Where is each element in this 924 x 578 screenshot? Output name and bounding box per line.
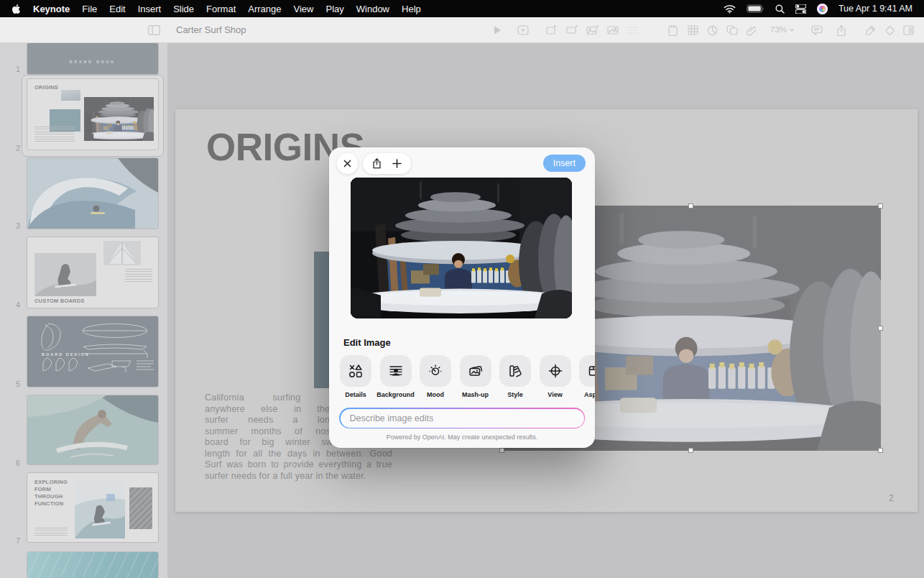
resize-handle-bottom-right[interactable]: [878, 448, 883, 453]
add-slide-button[interactable]: [546, 25, 558, 35]
tool-details[interactable]: Details: [340, 355, 371, 403]
thumb-text-block: [34, 528, 68, 538]
insert-button[interactable]: Insert: [543, 155, 586, 172]
menu-slide[interactable]: Slide: [173, 4, 194, 14]
menu-window[interactable]: Window: [356, 4, 389, 14]
dots-grid-icon[interactable]: [627, 25, 638, 35]
keynote-live-button[interactable]: [517, 25, 529, 35]
slide-number: 3: [7, 221, 20, 230]
chart-button[interactable]: [707, 25, 718, 36]
tool-mash-up[interactable]: Mash-up: [460, 355, 491, 403]
menu-view[interactable]: View: [294, 4, 314, 14]
tool-label: Details: [345, 391, 366, 398]
slide-thumbnail-6[interactable]: [27, 395, 158, 464]
menu-help[interactable]: Help: [402, 4, 421, 14]
thumb-exploring-label: EXPLORING FORM THROUGH FUNCTION: [34, 479, 68, 508]
tool-style[interactable]: Style: [499, 355, 531, 403]
battery-icon[interactable]: [747, 4, 764, 13]
wifi-icon[interactable]: [724, 4, 736, 14]
thumb-text-block: [125, 269, 152, 283]
menu-arrange[interactable]: Arrange: [248, 4, 281, 14]
workshop-image: [351, 178, 572, 318]
thumb-wave-photo: [27, 158, 158, 229]
play-button[interactable]: [492, 25, 502, 35]
slide-thumbnail-5[interactable]: BOARD DESIGN: [27, 316, 158, 387]
animate-button[interactable]: [884, 25, 895, 36]
resize-handle-top-right[interactable]: [878, 203, 883, 208]
media-button[interactable]: [607, 25, 619, 35]
share-button[interactable]: [372, 158, 382, 169]
resize-handle-bottom-left[interactable]: [499, 448, 504, 453]
slide-thumbnail-2[interactable]: ORIGINS: [27, 79, 158, 150]
slide-page-number: 2: [889, 493, 894, 503]
describe-edits-input[interactable]: [341, 409, 584, 428]
menu-edit[interactable]: Edit: [109, 4, 125, 14]
sidebar-toggle-icon[interactable]: [148, 25, 160, 35]
image-playground-dialog: Insert: [329, 147, 595, 448]
add-image-button[interactable]: [392, 159, 402, 168]
close-button[interactable]: [337, 153, 358, 174]
body-line: Surf was born to provide everything a tr…: [205, 459, 392, 471]
stacked-photos-icon: [468, 363, 484, 379]
slide-thumbnail-4[interactable]: CUSTOM BOARDS: [27, 237, 158, 308]
resize-handle-middle-right[interactable]: [878, 326, 883, 331]
resize-handle-bottom-middle[interactable]: [688, 448, 693, 453]
aspect-ratio-icon: [587, 363, 595, 379]
mood-dial-icon: [428, 363, 443, 379]
body-line: length for all the days in between. Good: [205, 449, 392, 460]
table-button[interactable]: [688, 25, 698, 35]
zoom-select[interactable]: 73%: [770, 25, 795, 34]
control-center-icon[interactable]: [795, 4, 806, 14]
crosshair-icon: [548, 363, 563, 379]
slide-number: 7: [7, 536, 20, 545]
resize-handle-top-middle[interactable]: [688, 203, 693, 208]
menu-bar: Keynote File Edit Insert Slide Format Ar…: [0, 0, 924, 17]
slide-thumbnail-3[interactable]: [27, 158, 158, 229]
tool-label: Aspect: [584, 391, 595, 398]
text-box-button[interactable]: [566, 25, 578, 35]
surfboard-workshop-photo: [351, 178, 572, 318]
format-button[interactable]: [865, 25, 876, 36]
slide-thumbnail-1[interactable]: BRAND BOOK: [27, 43, 158, 74]
swatches-icon: [507, 363, 523, 379]
menu-app-name[interactable]: Keynote: [33, 4, 70, 14]
tool-view[interactable]: View: [540, 355, 571, 403]
tool-background[interactable]: Background: [380, 355, 412, 403]
menu-bar-clock[interactable]: Tue Apr 1 9:41 AM: [838, 4, 913, 14]
menu-play[interactable]: Play: [325, 4, 343, 14]
generated-image-preview[interactable]: [351, 178, 572, 318]
share-toolbar-button[interactable]: [836, 25, 846, 37]
shapes-icon: [348, 363, 364, 379]
image-playground-menu-icon[interactable]: [817, 4, 828, 14]
background-icon: [388, 363, 404, 379]
insert-image-button[interactable]: [586, 25, 599, 35]
slide-thumbnail-7[interactable]: EXPLORING FORM THROUGH FUNCTION: [27, 473, 158, 542]
menu-insert[interactable]: Insert: [138, 4, 162, 14]
menu-file[interactable]: File: [82, 4, 97, 14]
slide-number: 5: [7, 380, 20, 388]
document-button[interactable]: [903, 25, 914, 35]
tool-label: View: [548, 391, 562, 398]
comment-button[interactable]: [811, 25, 823, 35]
shape-button[interactable]: [726, 25, 738, 35]
tool-aspect[interactable]: Aspect: [579, 355, 595, 403]
edit-image-heading: Edit Image: [343, 337, 391, 348]
document-title: Carter Surf Shop: [176, 24, 246, 35]
thumb-water-texture: [27, 552, 158, 578]
link-button[interactable]: [746, 25, 756, 36]
clipboard-button[interactable]: [668, 25, 678, 36]
thumb-brand-book-label: BRAND BOOK: [27, 60, 158, 64]
slide-navigator: 1 2 3 4 5 6 7 BRAND BOOK ORIGINS: [0, 43, 168, 578]
apple-menu-icon[interactable]: [11, 4, 21, 14]
spotlight-search-icon[interactable]: [775, 4, 785, 14]
tool-mood[interactable]: Mood: [420, 355, 451, 403]
tool-label: Style: [507, 391, 523, 398]
keynote-app: { "menu_bar": { "app_name": "Keynote", "…: [0, 0, 924, 578]
dialog-actions-pill: [363, 153, 411, 174]
thumb-origins-label: ORIGINS: [34, 84, 58, 91]
slide-number: 4: [7, 301, 20, 309]
menu-format[interactable]: Format: [206, 4, 236, 14]
thumb-board-nose-photo: [103, 241, 141, 265]
thumb-workshop-mini-image: [84, 97, 154, 141]
slide-thumbnail-8[interactable]: [27, 552, 158, 578]
